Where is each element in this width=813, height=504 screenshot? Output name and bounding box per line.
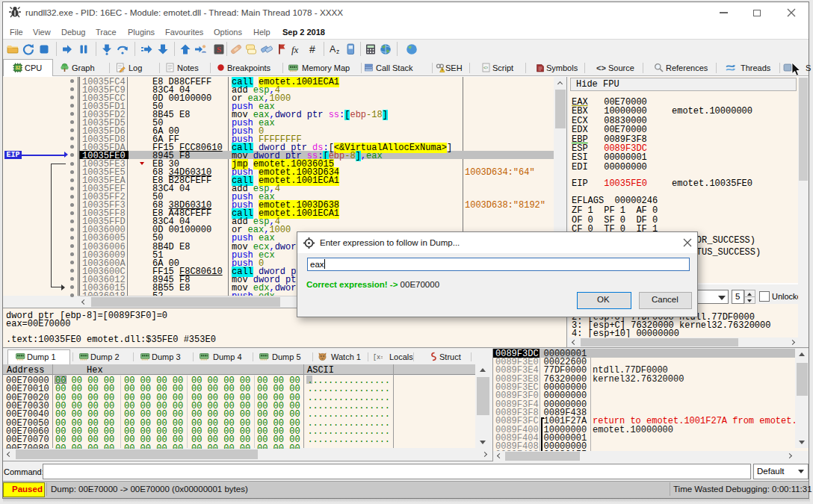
svg-text:fx: fx	[291, 44, 299, 55]
svg-text:#: #	[309, 43, 315, 55]
svg-text:A: A	[330, 44, 336, 55]
svg-text:32: 32	[15, 65, 21, 70]
svg-text:S: S	[217, 45, 221, 54]
svg-text:[x=]: [x=]	[373, 354, 383, 361]
svg-text:<›: <›	[483, 65, 488, 70]
svg-text:z: z	[336, 48, 339, 55]
svg-text:<>: <>	[596, 63, 606, 72]
